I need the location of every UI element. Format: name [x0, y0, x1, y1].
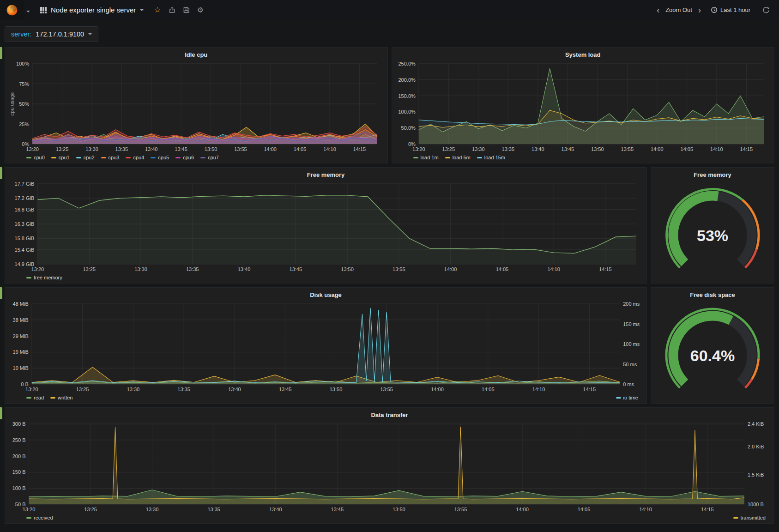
clock-icon: [711, 6, 718, 13]
legend-item-io-time[interactable]: io time: [616, 395, 638, 400]
svg-text:13:30: 13:30: [127, 387, 140, 392]
zoom-out-button[interactable]: Zoom Out: [664, 6, 693, 13]
legend-item-cpu6[interactable]: cpu6: [175, 155, 194, 160]
system-load-chart[interactable]: 13:2013:2513:3013:3513:4013:4513:5013:55…: [396, 59, 771, 153]
svg-text:50 B: 50 B: [15, 502, 26, 507]
panel-title[interactable]: Data transfer: [9, 409, 770, 419]
svg-text:1.5 KiB: 1.5 KiB: [748, 472, 764, 478]
legend-item-cpu5[interactable]: cpu5: [151, 155, 169, 160]
svg-text:16.3 GiB: 16.3 GiB: [15, 221, 35, 227]
idle-cpu-chart[interactable]: 13:2013:2513:3013:3513:4013:4513:5013:55…: [9, 59, 384, 153]
svg-text:13:50: 13:50: [330, 387, 343, 392]
svg-text:cpu usage: cpu usage: [9, 92, 15, 116]
legend-item-cpu7[interactable]: cpu7: [200, 155, 219, 160]
row-collapse-toggle[interactable]: [0, 47, 2, 59]
time-range-label: Last 1 hour: [720, 6, 750, 13]
series-color-icon: [445, 157, 450, 158]
svg-text:16.8 GiB: 16.8 GiB: [15, 207, 35, 212]
row-collapse-toggle[interactable]: [0, 167, 2, 179]
legend-item-load-5m[interactable]: load 5m: [445, 155, 471, 160]
svg-text:13:40: 13:40: [228, 387, 241, 392]
panel-title[interactable]: Free memory: [9, 169, 643, 179]
free-disk-space-gauge[interactable]: 60.4%: [655, 299, 770, 402]
series-color-icon: [126, 157, 131, 158]
svg-text:14:15: 14:15: [353, 146, 366, 152]
series-color-icon: [26, 397, 31, 399]
star-dashboard-button[interactable]: ☆: [150, 4, 164, 16]
dashboard-settings-button[interactable]: ⚙: [193, 5, 207, 16]
chevron-right-icon: ›: [698, 6, 701, 15]
legend-item-cpu4[interactable]: cpu4: [126, 155, 144, 160]
svg-text:14:05: 14:05: [482, 387, 495, 392]
row-collapse-toggle[interactable]: [0, 407, 2, 419]
disk-usage-chart[interactable]: 13:2013:2513:3013:3513:4013:4513:5013:55…: [9, 299, 643, 393]
free-memory-chart[interactable]: 13:2013:2513:3013:3513:4013:4513:5013:55…: [9, 179, 643, 273]
svg-text:13:40: 13:40: [269, 507, 282, 512]
time-shift-forward-button[interactable]: ›: [695, 6, 704, 14]
series-color-icon: [50, 397, 55, 399]
time-shift-back-button[interactable]: ‹: [653, 6, 663, 14]
svg-text:13:45: 13:45: [561, 146, 574, 152]
row-memory: Free memory 13:2013:2513:3013:3513:4013:…: [5, 167, 774, 284]
svg-text:53%: 53%: [697, 227, 728, 244]
panel-title[interactable]: System load: [396, 49, 771, 59]
share-icon: [169, 6, 175, 13]
dashboard-selector[interactable]: Node exporter single server: [34, 0, 150, 20]
legend-item-load-15m[interactable]: load 15m: [477, 155, 505, 160]
svg-text:29 MiB: 29 MiB: [13, 333, 29, 339]
svg-text:13:25: 13:25: [56, 146, 69, 152]
panel-disk-usage: Disk usage 13:2013:2513:3013:3513:4013:4…: [5, 287, 647, 404]
svg-text:13:25: 13:25: [76, 387, 89, 392]
svg-text:48 MiB: 48 MiB: [13, 301, 29, 307]
panel-title[interactable]: Idle cpu: [9, 49, 384, 59]
legend-item-read[interactable]: read: [26, 395, 44, 400]
series-color-icon: [26, 277, 31, 278]
refresh-dashboard-button[interactable]: [761, 6, 772, 14]
free-memory-gauge[interactable]: 53%: [655, 179, 770, 282]
server-variable-dropdown[interactable]: server: 172.17.0.1:9100: [5, 26, 98, 42]
panel-title[interactable]: Free memory: [655, 169, 770, 179]
grafana-flame-icon: [6, 4, 18, 17]
svg-text:13:45: 13:45: [290, 266, 302, 272]
svg-text:14:05: 14:05: [578, 507, 591, 512]
svg-text:13:20: 13:20: [25, 387, 38, 392]
svg-text:50%: 50%: [19, 101, 29, 107]
series-color-icon: [175, 157, 181, 158]
svg-text:13:35: 13:35: [501, 146, 514, 152]
grafana-logo[interactable]: [0, 0, 24, 20]
dashboard-title: Node exporter single server: [51, 6, 136, 14]
time-range-picker[interactable]: Last 1 hour: [706, 6, 755, 13]
svg-text:13:50: 13:50: [205, 146, 217, 152]
svg-text:0%: 0%: [22, 141, 29, 147]
svg-text:13:45: 13:45: [279, 387, 292, 392]
series-color-icon: [151, 157, 156, 158]
svg-text:13:30: 13:30: [146, 507, 159, 512]
svg-text:200 B: 200 B: [12, 453, 26, 459]
legend-item-cpu3[interactable]: cpu3: [101, 155, 120, 160]
dashboard-grid-icon: [40, 7, 47, 13]
template-variables-bar: server: 172.17.0.1:9100: [0, 20, 779, 47]
panel-free-memory: Free memory 13:2013:2513:3013:3513:4013:…: [5, 167, 647, 284]
panel-title[interactable]: Disk usage: [9, 289, 643, 299]
legend-item-written[interactable]: written: [50, 395, 72, 400]
legend-item-free-memory[interactable]: free memory: [26, 275, 62, 280]
row-collapse-toggle[interactable]: [0, 287, 2, 299]
main-menu-caret-icon[interactable]: [25, 4, 31, 16]
svg-text:13:25: 13:25: [84, 507, 97, 512]
svg-text:14:00: 14:00: [444, 266, 457, 272]
legend-item-transmitted[interactable]: transmitted: [733, 515, 766, 520]
share-dashboard-button[interactable]: [165, 5, 179, 15]
legend-item-load-1m[interactable]: load 1m: [413, 155, 439, 160]
legend-item-received[interactable]: received: [26, 515, 53, 520]
panel-system-load: System load 13:2013:2513:3013:3513:4013:…: [392, 47, 775, 163]
svg-text:14:00: 14:00: [264, 146, 277, 152]
data-transfer-chart[interactable]: 13:2013:2513:3013:3513:4013:4513:5013:55…: [9, 419, 770, 514]
svg-text:13:20: 13:20: [31, 266, 44, 272]
svg-text:13:40: 13:40: [531, 146, 544, 152]
save-dashboard-button[interactable]: [179, 5, 193, 15]
legend-item-cpu0[interactable]: cpu0: [26, 155, 45, 160]
series-color-icon: [26, 517, 31, 519]
panel-title[interactable]: Free disk space: [655, 289, 770, 299]
legend-item-cpu1[interactable]: cpu1: [51, 155, 70, 160]
legend-item-cpu2[interactable]: cpu2: [76, 155, 95, 160]
